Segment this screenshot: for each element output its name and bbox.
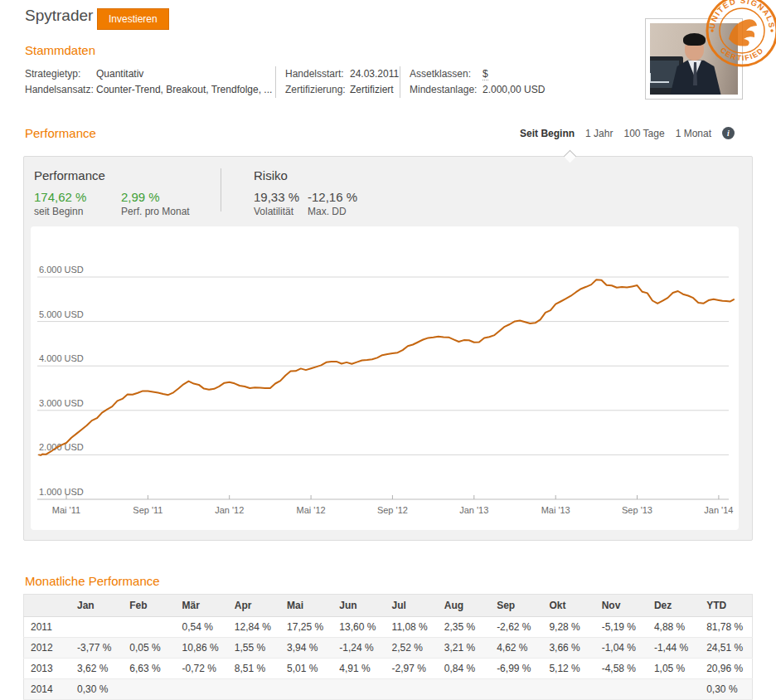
month-column-header: Apr	[228, 595, 280, 617]
value-cell: -1,44 %	[647, 638, 700, 659]
performance-heading: Performance	[25, 126, 96, 140]
table-row: 20110,54 %12,84 %17,25 %13,60 %11,08 %2,…	[24, 617, 753, 638]
stammdaten-group-strategy: Strategietyp:Quantitativ Handelsansatz:C…	[25, 66, 274, 98]
value-cell: 4,91 %	[332, 659, 385, 679]
field-value: Counter-Trend, Breakout, Trendfolge, ...	[96, 84, 272, 95]
table-row: 20133,62 %6,63 %-0,72 %8,51 %5,01 %4,91 …	[24, 659, 753, 679]
value-cell	[123, 617, 175, 638]
x-axis-label: Mai '13	[541, 505, 570, 515]
year-cell: 2014	[24, 679, 71, 700]
stat-max-dd: -12,16 % Max. DD	[308, 190, 357, 217]
table-row: 2012-3,77 %0,05 %10,86 %1,55 %3,94 %-1,2…	[24, 638, 753, 659]
page-title: Spytrader	[25, 7, 93, 25]
value-cell: 2,35 %	[438, 617, 490, 638]
value-cell: 5,12 %	[542, 659, 594, 679]
value-cell: 4,62 %	[490, 638, 542, 659]
x-axis-label: Sep '12	[377, 505, 408, 515]
value-cell	[70, 617, 123, 638]
value-cell: -0,72 %	[176, 659, 228, 679]
value-cell: 11,08 %	[386, 617, 438, 638]
stat-value: 2,99 %	[121, 190, 190, 204]
month-column-header: YTD	[700, 595, 752, 617]
value-cell: -4,58 %	[595, 659, 647, 679]
equity-chart-card: 6.000 USD5.000 USD4.000 USD3.000 USD2.00…	[31, 226, 739, 530]
stats-performance-heading: Performance	[34, 168, 105, 182]
month-column-header: Nov	[595, 595, 647, 617]
y-axis-label: 5.000 USD	[39, 309, 84, 319]
year-cell: 2012	[24, 638, 71, 659]
table-row: 20140,30 %0,30 %	[24, 679, 753, 700]
value-cell: -3,77 %	[70, 638, 123, 659]
year-cell: 2011	[24, 617, 71, 638]
value-cell: 5,01 %	[280, 659, 332, 679]
year-cell: 2013	[24, 659, 71, 679]
value-cell: 12,84 %	[228, 617, 280, 638]
x-axis-label: Mai '11	[52, 505, 80, 515]
tab-1-monat[interactable]: 1 Monat	[676, 128, 711, 139]
strategy-detail-page: Spytrader Investieren UNITED SIGNALS CER…	[0, 0, 776, 700]
value-cell: 0,30 %	[70, 679, 123, 700]
value-cell	[595, 679, 647, 700]
value-cell: 0,54 %	[176, 617, 228, 638]
range-tabs: Seit Beginn 1 Jahr 100 Tage 1 Monat i	[520, 127, 735, 139]
value-cell: 20,96 %	[700, 659, 752, 679]
field-label: Mindestanlage:	[410, 82, 483, 98]
field-value: Zertifiziert	[350, 84, 394, 95]
y-axis-label: 4.000 USD	[39, 353, 84, 363]
value-cell: -2,97 %	[386, 659, 438, 679]
stat-volatilitaet: 19,33 % Volatilität	[254, 190, 299, 217]
stammdaten-heading: Stammdaten	[25, 43, 95, 57]
active-tab-caret	[564, 150, 577, 163]
value-cell	[438, 679, 490, 700]
stat-seit-beginn: 174,62 % seit Beginn	[34, 190, 86, 217]
field-label: Assetklassen:	[410, 66, 483, 82]
performance-panel: Performance 174,62 % seit Beginn 2,99 % …	[23, 156, 753, 541]
y-axis-label: 6.000 USD	[39, 265, 84, 275]
month-column-header: Feb	[123, 595, 175, 617]
invest-button[interactable]: Investieren	[97, 8, 169, 30]
info-icon[interactable]: i	[722, 127, 735, 139]
month-column-header: Jun	[332, 595, 385, 617]
field-label: Zertifizierung:	[285, 82, 350, 98]
value-cell: 3,21 %	[438, 638, 490, 659]
month-column-header: Dez	[647, 595, 700, 617]
value-cell: 1,55 %	[228, 638, 280, 659]
x-axis-label: Jan '13	[459, 505, 488, 515]
x-axis-label: Sep '11	[133, 505, 162, 515]
month-column-header: Mai	[280, 595, 332, 617]
field-value: 24.03.2011	[350, 68, 399, 80]
month-column-header: Sep	[490, 595, 542, 617]
tab-1-jahr[interactable]: 1 Jahr	[585, 128, 613, 139]
value-cell	[332, 679, 385, 700]
assetklassen-value[interactable]: $	[483, 68, 488, 80]
month-column-header: Jan	[70, 595, 123, 617]
x-axis-label: Mai '12	[297, 505, 326, 515]
tab-100-tage[interactable]: 100 Tage	[623, 128, 664, 139]
x-axis-label: Jan '14	[704, 505, 733, 515]
value-cell: 0,30 %	[700, 679, 752, 700]
value-cell: 24,51 %	[700, 638, 752, 659]
stat-value: -12,16 %	[308, 190, 357, 204]
stat-label: seit Beginn	[34, 206, 86, 217]
year-column-header	[24, 595, 71, 617]
value-cell: -5,19 %	[595, 617, 647, 638]
value-cell: 1,05 %	[647, 659, 700, 679]
field-label: Handelsansatz:	[25, 82, 96, 98]
value-cell	[647, 679, 700, 700]
svg-text:CERTIFIED: CERTIFIED	[719, 46, 765, 62]
stat-value: 174,62 %	[34, 190, 86, 204]
value-cell: 0,05 %	[123, 638, 175, 659]
stat-value: 19,33 %	[254, 190, 299, 204]
value-cell: 13,60 %	[332, 617, 385, 638]
stats-risiko-heading: Risiko	[254, 168, 288, 182]
tab-seit-beginn[interactable]: Seit Beginn	[520, 128, 575, 139]
value-cell: 17,25 %	[280, 617, 332, 638]
value-cell: -1,04 %	[595, 638, 647, 659]
stamp-bottom-text: CERTIFIED	[719, 46, 765, 62]
value-cell: 3,66 %	[542, 638, 594, 659]
value-cell: -6,99 %	[490, 659, 542, 679]
month-column-header: Mär	[176, 595, 228, 617]
value-cell: 6,63 %	[123, 659, 175, 679]
value-cell	[123, 679, 175, 700]
value-cell: -2,62 %	[490, 617, 542, 638]
